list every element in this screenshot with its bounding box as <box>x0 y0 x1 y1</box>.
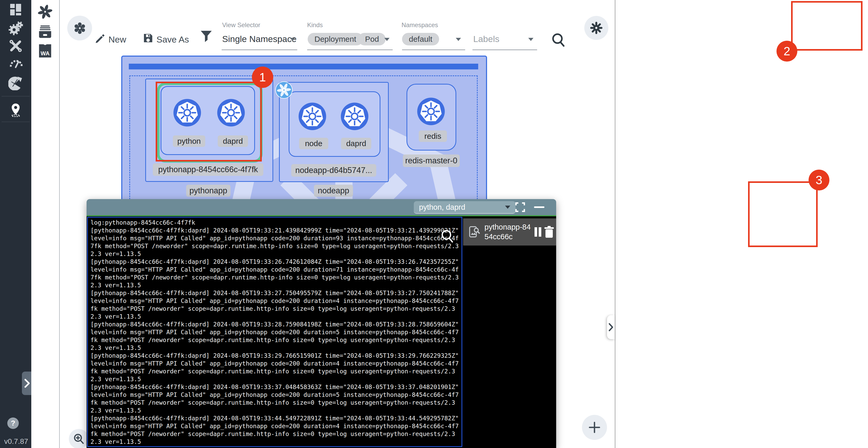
primary-sidebar: ? v0.7.87 <box>0 0 31 448</box>
log-terminal-window: python, daprd log:pythonapp-8454cc66c-4f… <box>87 199 556 448</box>
plus-icon <box>588 421 601 434</box>
sidebar-divider <box>2 96 30 96</box>
chevron-down-icon <box>505 206 510 209</box>
namespace-chip-default[interactable]: default <box>402 33 439 46</box>
namespaces-label: Namespaces <box>402 21 438 29</box>
annotation-badge-1: 1 <box>252 66 273 88</box>
chevron-down-icon[interactable] <box>290 38 295 41</box>
session-title: pythonapp-8454cc66c <box>485 222 534 242</box>
flower-gear-icon <box>73 21 87 35</box>
container-label: node <box>299 138 328 149</box>
add-button[interactable] <box>582 415 607 440</box>
kinds-label: Kinds <box>307 21 323 29</box>
performance-gauge-icon[interactable] <box>8 56 23 71</box>
pause-icon[interactable] <box>534 227 541 237</box>
annotation-box-1 <box>156 82 262 161</box>
archive-icon[interactable] <box>37 24 53 40</box>
save-icon <box>143 33 153 43</box>
conformance-pie-icon[interactable] <box>8 76 23 90</box>
trash-icon[interactable] <box>544 226 554 238</box>
log-session-item[interactable]: pythonapp-8454cc66c <box>463 218 556 245</box>
version-label: v0.7.87 <box>4 437 28 446</box>
zoom-in-button[interactable] <box>69 429 89 448</box>
secondary-sidebar: WA <box>31 0 60 448</box>
kinds-underline <box>307 50 393 50</box>
labels-select[interactable]: Labels <box>473 34 499 44</box>
annotation-box-2 <box>791 1 863 51</box>
container-selector[interactable]: python, daprd <box>414 201 516 214</box>
annotation-badge-2: 2 <box>776 41 797 62</box>
labels-underline <box>472 50 537 50</box>
chevron-right-icon <box>24 378 31 389</box>
kubernetes-container-icon[interactable] <box>340 102 369 131</box>
help-button[interactable]: ? <box>7 417 19 429</box>
chevron-down-icon[interactable] <box>528 38 533 41</box>
minimize-icon[interactable] <box>534 206 545 208</box>
dapr-sidecar-icon <box>275 81 293 99</box>
pencil-icon <box>95 33 105 43</box>
search-icon[interactable] <box>551 32 565 48</box>
container-selector-value: python, daprd <box>419 203 505 212</box>
stream-logs-icon <box>467 225 481 239</box>
chevron-right-icon <box>608 323 614 332</box>
sidebar-expand-button[interactable] <box>22 371 32 395</box>
annotation-box-3 <box>748 181 818 247</box>
dashboard-icon[interactable] <box>8 3 23 17</box>
sidebar-divider <box>2 122 30 122</box>
deployment-group-nodeapp[interactable]: node daprd nodeapp-d64b5747... <box>279 82 389 182</box>
pod-name-label: redis-master-0 <box>403 154 460 167</box>
pod-redis-master[interactable]: redis <box>406 84 456 151</box>
pod-nodeapp[interactable]: node daprd <box>289 91 380 157</box>
chevron-down-icon[interactable] <box>384 38 390 41</box>
namespaces-underline <box>402 50 465 50</box>
deployment-name-label: pythonapp <box>186 185 230 197</box>
log-search-icon[interactable] <box>440 229 455 244</box>
kind-chip-deployment[interactable]: Deployment <box>308 33 363 46</box>
view-selector-value[interactable]: Single Namespace <box>222 34 297 44</box>
settings-gears-icon[interactable] <box>8 21 23 35</box>
filter-funnel-icon[interactable] <box>200 30 212 43</box>
terminal-content: log:pythonapp-8454cc66c-4f7fk [pythonapp… <box>87 215 556 448</box>
right-panel: Details Views Metrics Actions PERFORMANC… <box>615 0 868 448</box>
pod-name-label: nodeapp-d64b5747... <box>291 164 376 177</box>
gear-icon <box>590 21 603 34</box>
panel-expand-button[interactable] <box>607 315 615 339</box>
container-label: daprd <box>341 138 371 149</box>
terminal-titlebar[interactable]: python, daprd <box>87 199 556 215</box>
view-selector-label: View Selector <box>222 21 260 29</box>
kubernetes-container-icon[interactable] <box>417 97 445 126</box>
pod-name-label: pythonapp-8454cc66c-4f7fk <box>153 163 264 176</box>
namespace-header-bar <box>129 64 478 69</box>
dapr-spiral-icon[interactable] <box>37 4 53 20</box>
chevron-down-icon[interactable] <box>456 38 461 41</box>
settings-button[interactable] <box>584 16 608 40</box>
new-button[interactable]: New <box>108 34 126 44</box>
log-pane[interactable]: log:pythonapp-8454cc66c-4f7fk [pythonapp… <box>87 217 462 447</box>
tools-icon[interactable] <box>8 39 23 53</box>
log-output: log:pythonapp-8454cc66c-4f7fk [pythonapp… <box>91 219 459 446</box>
log-sessions-pane: pythonapp-8454cc66c <box>463 217 556 447</box>
annotation-badge-3: 3 <box>809 170 829 190</box>
container-label: redis <box>419 130 447 142</box>
graph-options-button[interactable] <box>67 16 92 40</box>
fullscreen-icon[interactable] <box>515 202 525 212</box>
deployment-name-label: nodeapp <box>314 185 353 197</box>
kubernetes-container-icon[interactable] <box>298 102 327 131</box>
view-selector-underline <box>222 50 297 50</box>
zoom-in-icon <box>73 433 85 445</box>
wa-glyph: WA <box>41 50 50 57</box>
location-pin-icon[interactable] <box>8 102 23 117</box>
webassembly-icon[interactable]: WA <box>37 43 53 59</box>
app-window: ? v0.7.87 WA <box>0 0 868 448</box>
save-as-button[interactable]: Save As <box>156 34 189 44</box>
kind-chip-pod[interactable]: Pod <box>358 33 385 46</box>
